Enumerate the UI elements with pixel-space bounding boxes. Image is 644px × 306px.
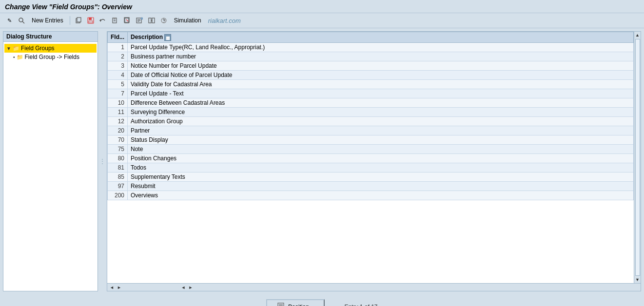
cell-description: Overviews	[128, 191, 634, 200]
cell-fld: 20	[108, 126, 128, 135]
scroll-track[interactable]	[635, 39, 640, 276]
table-row[interactable]: 20Partner	[108, 126, 634, 135]
copy-rows-icon-btn[interactable]	[73, 15, 84, 26]
simulation-button[interactable]: Simulation	[171, 15, 205, 26]
svg-rect-9	[114, 18, 116, 19]
svg-point-19	[141, 18, 143, 19]
svg-line-1	[22, 21, 24, 23]
cell-fld: 7	[108, 89, 128, 98]
col-header-description: Description ▦	[128, 32, 634, 43]
cell-fld: 81	[108, 163, 128, 172]
merge-icon-btn[interactable]	[146, 15, 157, 26]
cell-fld: 70	[108, 135, 128, 144]
scroll-right-far-arrow[interactable]: ◄	[180, 285, 187, 290]
table-row[interactable]: 3Notice Number for Parcel Update	[108, 61, 634, 70]
cell-fld: 97	[108, 181, 128, 191]
table-row[interactable]: 12Authorization Group	[108, 116, 634, 126]
find-icon-btn[interactable]	[16, 15, 27, 26]
col-header-fld: Fld...	[108, 32, 128, 43]
undo-icon-btn[interactable]	[98, 15, 108, 26]
sidebar-item-field-group-fields-label: Field Group -> Fields	[25, 54, 79, 60]
new-entries-button[interactable]: New Entries	[28, 15, 67, 26]
table-row[interactable]: 75Note	[108, 144, 634, 153]
toolbar-sep-1	[70, 16, 70, 25]
position-btn-label: Position...	[288, 304, 314, 306]
horizontal-scrollbar[interactable]: ◄ ► ◄ ►	[107, 283, 641, 291]
cell-fld: 11	[108, 107, 128, 116]
pencil-icon-btn[interactable]: ✎	[4, 15, 15, 26]
table-row[interactable]: 97Resubmit	[108, 181, 634, 191]
position-button[interactable]: Position...	[266, 299, 325, 306]
cell-description: Supplementary Texts	[128, 172, 634, 181]
cell-fld: 200	[108, 191, 128, 200]
bottom-bar: Position... Entry 1 of 17	[0, 294, 644, 306]
table-row[interactable]: 11Surveying Difference	[108, 107, 634, 116]
table-scroll-wrapper[interactable]: Fld... Description ▦ 1Parcel Update Type…	[107, 32, 634, 283]
vertical-scrollbar[interactable]: ▲ ▼	[634, 32, 641, 283]
cell-fld: 4	[108, 70, 128, 79]
cell-fld: 10	[108, 98, 128, 107]
paste-icon-btn[interactable]	[110, 15, 120, 26]
table-row[interactable]: 85Supplementary Texts	[108, 172, 634, 181]
delete-icon-btn[interactable]	[122, 15, 133, 26]
cell-description: Difference Between Cadastral Areas	[128, 98, 634, 107]
table-row[interactable]: 10Difference Between Cadastral Areas	[108, 98, 634, 107]
cell-description: Todos	[128, 163, 634, 172]
table-row[interactable]: 81Todos	[108, 163, 634, 172]
cell-description: Partner	[128, 126, 634, 135]
entry-info: Entry 1 of 17	[344, 304, 377, 306]
toolbar: ✎ New Entries	[0, 13, 644, 28]
svg-rect-20	[149, 18, 151, 23]
cell-fld: 85	[108, 172, 128, 181]
folder-icon-field-groups: 📁	[13, 45, 20, 52]
scroll-down-arrow[interactable]: ▼	[635, 277, 640, 283]
scroll-left-far-arrow[interactable]: ►	[187, 285, 194, 290]
table-row[interactable]: 4Date of Official Notice of Parcel Updat…	[108, 70, 634, 79]
cell-fld: 12	[108, 116, 128, 126]
table-row[interactable]: 70Status Display	[108, 135, 634, 144]
panel-divider[interactable]	[101, 31, 104, 291]
main-content: Dialog Structure ▼ 📁 Field Groups • 📁 Fi…	[0, 28, 644, 294]
sidebar-item-field-groups[interactable]: ▼ 📁 Field Groups	[4, 44, 97, 53]
scroll-up-arrow[interactable]: ▲	[635, 32, 640, 38]
dialog-structure-header: Dialog Structure	[3, 32, 98, 42]
cell-description: Parcel Update Type(RC, Land Realloc., Ap…	[128, 42, 634, 52]
cell-fld: 75	[108, 144, 128, 153]
table-row[interactable]: 80Position Changes	[108, 153, 634, 163]
sidebar-item-field-groups-label: Field Groups	[21, 45, 55, 52]
table-row[interactable]: 7Parcel Update - Text	[108, 89, 634, 98]
svg-rect-5	[89, 18, 92, 20]
detail-icon-btn[interactable]	[134, 15, 145, 26]
folder-icon-field-group-fields: 📁	[17, 54, 23, 60]
tree-arrow-field-groups: ▼	[6, 46, 11, 51]
position-icon	[277, 302, 285, 306]
cell-description: Surveying Difference	[128, 107, 634, 116]
sidebar-item-field-group-fields[interactable]: • 📁 Field Group -> Fields	[4, 53, 97, 61]
table-row[interactable]: 5Validity Date for Cadastral Area	[108, 79, 634, 89]
scroll-left-arrow[interactable]: ◄	[108, 285, 116, 290]
table-outer: Fld... Description ▦ 1Parcel Update Type…	[107, 32, 641, 283]
svg-rect-6	[89, 21, 93, 23]
table-row[interactable]: 1Parcel Update Type(RC, Land Realloc., A…	[108, 42, 634, 52]
tree-container: ▼ 📁 Field Groups • 📁 Field Group -> Fiel…	[3, 42, 98, 63]
svg-rect-21	[152, 18, 155, 23]
cell-description: Date of Official Notice of Parcel Update	[128, 70, 634, 79]
cell-description: Parcel Update - Text	[128, 89, 634, 98]
data-table: Fld... Description ▦ 1Parcel Update Type…	[107, 32, 634, 200]
title-bar: Change View "Field Groups": Overview	[0, 0, 644, 13]
cell-description: Business partner number	[128, 52, 634, 61]
column-settings-icon[interactable]: ▦	[164, 34, 171, 41]
cell-description: Validity Date for Cadastral Area	[128, 79, 634, 89]
save-icon-btn[interactable]	[85, 15, 96, 26]
svg-marker-7	[99, 19, 101, 22]
watermark: rialkart.com	[208, 17, 241, 24]
table-row[interactable]: 200Overviews	[108, 191, 634, 200]
tree-arrow-field-group-fields: •	[13, 55, 15, 60]
scroll-right-arrow[interactable]: ►	[116, 285, 123, 290]
cell-description: Notice Number for Parcel Update	[128, 61, 634, 70]
table-row[interactable]: 2Business partner number	[108, 52, 634, 61]
svg-rect-3	[77, 18, 81, 22]
cell-fld: 5	[108, 79, 128, 89]
left-panel: Dialog Structure ▼ 📁 Field Groups • 📁 Fi…	[3, 31, 98, 291]
sim-settings-icon-btn[interactable]	[158, 15, 169, 26]
